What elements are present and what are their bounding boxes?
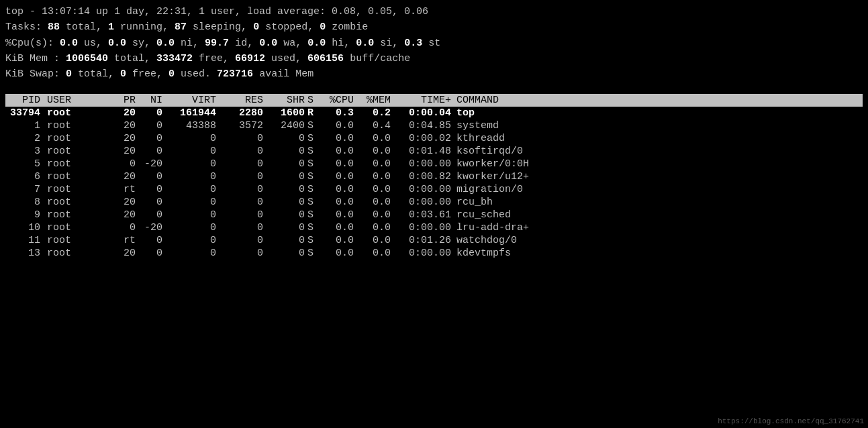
cell-cpu: 0.0 bbox=[321, 158, 358, 170]
cell-pr: 20 bbox=[113, 248, 140, 259]
swap-label: KiB Swap: bbox=[5, 68, 66, 80]
mem-free-label: free, bbox=[193, 53, 235, 64]
cell-cpu: 0.0 bbox=[321, 146, 358, 157]
cpu-ni-val: 0.0 bbox=[156, 38, 175, 49]
table-row: 33794root20016194422801600R0.30.20:00.04… bbox=[5, 107, 863, 119]
cell-shr: 0 bbox=[267, 133, 307, 144]
table-row: 8root200000S0.00.00:00.00rcu_bh bbox=[5, 196, 863, 209]
cell-s: S bbox=[307, 222, 321, 233]
cell-shr: 0 bbox=[267, 222, 307, 233]
cell-virt: 0 bbox=[166, 146, 220, 157]
cell-s: S bbox=[307, 158, 321, 170]
cell-user: root bbox=[46, 120, 113, 131]
cell-pid: 13 bbox=[5, 248, 46, 259]
cell-virt: 0 bbox=[166, 133, 220, 144]
top-line4: KiB Mem : 1006540 total, 333472 free, 66… bbox=[5, 51, 863, 66]
cell-time: 0:00.00 bbox=[395, 222, 455, 233]
cell-mem: 0.0 bbox=[358, 158, 395, 170]
cell-ni: -20 bbox=[140, 158, 166, 170]
mem-total-val: 1006540 bbox=[66, 53, 108, 64]
cpu-wa-label: wa, bbox=[277, 38, 307, 49]
cell-user: root bbox=[46, 235, 113, 246]
header-ni: NI bbox=[140, 95, 166, 106]
cell-res: 0 bbox=[220, 184, 267, 195]
header-time: TIME+ bbox=[395, 95, 455, 106]
cell-ni: 0 bbox=[140, 171, 166, 182]
cell-pr: 20 bbox=[113, 197, 140, 208]
cpu-hi-val: 0.0 bbox=[307, 38, 326, 49]
cell-user: root bbox=[46, 197, 113, 208]
tasks-zombie-val: 0 bbox=[320, 21, 326, 33]
tasks-stopped-label: stopped, bbox=[259, 21, 320, 33]
cpu-si-label: si, bbox=[374, 38, 404, 49]
cell-cpu: 0.0 bbox=[321, 120, 358, 131]
swap-total-label: total, bbox=[72, 68, 120, 80]
cell-ni: 0 bbox=[140, 107, 166, 119]
cpu-id-label: id, bbox=[229, 38, 259, 49]
cell-s: S bbox=[307, 209, 321, 221]
cell-shr: 0 bbox=[267, 171, 307, 182]
cell-pid: 10 bbox=[5, 222, 46, 233]
cell-time: 0:01.48 bbox=[395, 146, 455, 157]
cell-virt: 0 bbox=[166, 248, 220, 259]
cell-shr: 0 bbox=[267, 158, 307, 170]
cpu-st-label: st bbox=[422, 38, 440, 49]
spacer bbox=[5, 87, 863, 94]
tasks-running-val: 1 bbox=[108, 21, 114, 33]
cell-cmd: top bbox=[455, 107, 863, 119]
cell-mem: 0.0 bbox=[358, 146, 395, 157]
cell-pid: 9 bbox=[5, 209, 46, 221]
tasks-total-val: 88 bbox=[48, 21, 60, 33]
cell-ni: -20 bbox=[140, 222, 166, 233]
watermark: https://blog.csdn.net/qq_31762741 bbox=[718, 417, 864, 425]
cell-pr: 20 bbox=[113, 209, 140, 221]
cell-virt: 161944 bbox=[166, 107, 220, 119]
cell-mem: 0.0 bbox=[358, 197, 395, 208]
cell-pid: 3 bbox=[5, 146, 46, 157]
cell-s: S bbox=[307, 146, 321, 157]
cell-time: 0:00.04 bbox=[395, 107, 455, 119]
cell-cmd: rcu_bh bbox=[455, 197, 863, 208]
header-pid: PID bbox=[5, 95, 46, 106]
cell-ni: 0 bbox=[140, 120, 166, 131]
cell-user: root bbox=[46, 146, 113, 157]
table-row: 6root200000S0.00.00:00.82kworker/u12+ bbox=[5, 170, 863, 183]
cpu-us-label: us, bbox=[78, 38, 108, 49]
cpu-wa-val: 0.0 bbox=[259, 38, 277, 49]
table-row: 9root200000S0.00.00:03.61rcu_sched bbox=[5, 209, 863, 221]
cell-s: S bbox=[307, 197, 321, 208]
cpu-us-val: 0.0 bbox=[60, 38, 78, 49]
cell-res: 0 bbox=[220, 222, 267, 233]
cell-res: 3572 bbox=[220, 120, 267, 131]
cell-user: root bbox=[46, 184, 113, 195]
table-row: 2root200000S0.00.00:00.02kthreadd bbox=[5, 132, 863, 145]
cell-pr: 0 bbox=[113, 158, 140, 170]
table-row: 1root2004338835722400S0.00.40:04.85syste… bbox=[5, 119, 863, 132]
table-row: 7rootrt0000S0.00.00:00.00migration/0 bbox=[5, 183, 863, 196]
cell-mem: 0.0 bbox=[358, 133, 395, 144]
mem-label: KiB Mem : bbox=[5, 53, 66, 64]
mem-used-val: 66912 bbox=[235, 53, 265, 64]
cpu-si-val: 0.0 bbox=[356, 38, 374, 49]
cell-time: 0:00.00 bbox=[395, 197, 455, 208]
cell-ni: 0 bbox=[140, 235, 166, 246]
cell-mem: 0.0 bbox=[358, 235, 395, 246]
cell-shr: 0 bbox=[267, 184, 307, 195]
cell-cmd: watchdog/0 bbox=[455, 235, 863, 246]
cell-cmd: systemd bbox=[455, 120, 863, 131]
top-line3: %Cpu(s): 0.0 us, 0.0 sy, 0.0 ni, 99.7 id… bbox=[5, 36, 863, 51]
cell-cmd: kworker/u12+ bbox=[455, 171, 863, 182]
swap-total-val: 0 bbox=[66, 68, 72, 80]
cell-shr: 0 bbox=[267, 235, 307, 246]
cell-user: root bbox=[46, 107, 113, 119]
cell-pid: 7 bbox=[5, 184, 46, 195]
top-line2: Tasks: 88 total, 1 running, 87 sleeping,… bbox=[5, 19, 863, 35]
cell-cpu: 0.0 bbox=[321, 248, 358, 259]
swap-used-label: used. bbox=[175, 68, 217, 80]
tasks-stopped-val: 0 bbox=[253, 21, 259, 33]
cell-user: root bbox=[46, 158, 113, 170]
header-cpu: %CPU bbox=[321, 95, 358, 106]
mem-buff-label: buff/cache bbox=[344, 53, 410, 64]
cell-time: 0:00.82 bbox=[395, 171, 455, 182]
cell-user: root bbox=[46, 222, 113, 233]
